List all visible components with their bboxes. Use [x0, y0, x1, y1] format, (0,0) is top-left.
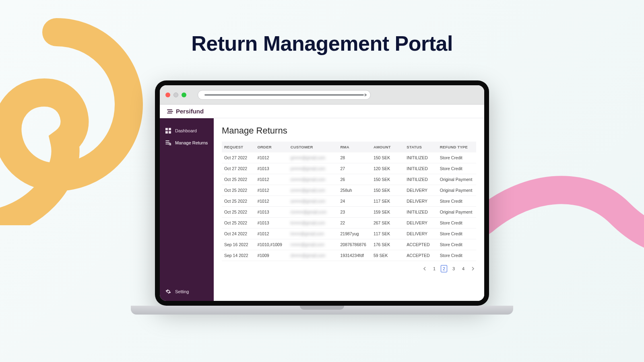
- list-search-icon: [165, 140, 171, 146]
- cell-rma: 258uh: [338, 185, 371, 196]
- cell-amount: 176 SEK: [371, 239, 404, 250]
- laptop-mockup: Persifund Dashboard: [155, 80, 489, 315]
- table-row[interactable]: Oct 25 2022#1012s••••••@gmail.com258uh15…: [222, 185, 476, 196]
- cell-refund-type: Store Credit: [438, 250, 476, 261]
- cell-request: Oct 27 2022: [222, 152, 255, 163]
- cell-order: #1009: [255, 250, 288, 261]
- cell-rma: 27: [338, 163, 371, 174]
- svg-rect-0: [165, 128, 168, 130]
- pagination-page[interactable]: 3: [450, 265, 457, 272]
- setting-label: Setting: [175, 289, 189, 294]
- cell-rma: 28: [338, 152, 371, 163]
- url-bar[interactable]: [198, 90, 371, 100]
- table-row[interactable]: Oct 25 2022#1013k••••••@gmail.com22267 S…: [222, 218, 476, 228]
- cell-rma: 24: [338, 196, 371, 207]
- cell-request: Oct 25 2022: [222, 196, 255, 207]
- col-amount[interactable]: AMOUNT: [371, 142, 404, 152]
- chevron-left-icon: [423, 267, 426, 271]
- cell-customer: e••••••@gmail.com: [288, 174, 338, 185]
- pagination-page[interactable]: 1: [431, 265, 438, 272]
- svg-rect-2: [165, 131, 168, 134]
- cell-refund-type: Store Credit: [438, 152, 476, 163]
- traffic-light-min-icon[interactable]: [173, 93, 178, 97]
- col-refund-type[interactable]: REFUND TYPE: [438, 142, 476, 152]
- cell-request: Oct 24 2022: [222, 228, 255, 239]
- cell-status: DELIVERY: [404, 218, 437, 228]
- cell-amount: 120 SEK: [371, 163, 404, 174]
- cell-status: INITILIZED: [404, 174, 437, 185]
- cell-request: Sep 14 2022: [222, 250, 255, 261]
- gear-icon: [165, 289, 171, 294]
- cell-order: #1013: [255, 163, 288, 174]
- pagination-next[interactable]: [470, 265, 476, 272]
- cell-status: ACCEPTED: [404, 250, 437, 261]
- table-row[interactable]: Sep 14 2022#1009d••••••@gmail.com1931423…: [222, 250, 476, 261]
- pagination-page[interactable]: 2: [441, 265, 447, 272]
- table-header-row: REQUEST ORDER CUSTOMER RMA AMOUNT STATUS…: [222, 142, 476, 152]
- cell-rma: 21987yug: [338, 228, 371, 239]
- sidebar-item-label: Dashboard: [175, 128, 197, 133]
- cell-request: Oct 25 2022: [222, 174, 255, 185]
- pagination: 1234: [222, 265, 476, 272]
- cell-refund-type: Store Credit: [438, 218, 476, 228]
- decorative-swirl-pink: [483, 133, 644, 294]
- cell-rma: 22: [338, 218, 371, 228]
- cell-customer: t••••••@gmail.com: [288, 228, 338, 239]
- cell-status: INITILIZED: [404, 163, 437, 174]
- cell-customer: g••••••@gmail.com: [288, 152, 338, 163]
- app-header: Persifund: [160, 105, 484, 118]
- cell-amount: 267 SEK: [371, 218, 404, 228]
- cell-order: #1012: [255, 228, 288, 239]
- cell-rma: 23: [338, 207, 371, 218]
- table-row[interactable]: Oct 25 2022#1012a••••••@gmail.com24117 S…: [222, 196, 476, 207]
- cell-rma: 20876786876: [338, 239, 371, 250]
- col-request[interactable]: REQUEST: [222, 142, 255, 152]
- table-row[interactable]: Oct 25 2022#1012e••••••@gmail.com26150 S…: [222, 174, 476, 185]
- svg-point-4: [169, 143, 171, 145]
- browser-chrome: [160, 85, 484, 105]
- col-status[interactable]: STATUS: [404, 142, 437, 152]
- col-order[interactable]: ORDER: [255, 142, 288, 152]
- table-row[interactable]: Oct 27 2022#1013p••••••@gmail.com27120 S…: [222, 163, 476, 174]
- table-row[interactable]: Oct 27 2022#1012g••••••@gmail.com28150 S…: [222, 152, 476, 163]
- returns-table: REQUEST ORDER CUSTOMER RMA AMOUNT STATUS…: [222, 142, 476, 261]
- cell-customer: a••••••@gmail.com: [288, 196, 338, 207]
- cell-amount: 117 SEK: [371, 228, 404, 239]
- page-title: Manage Returns: [222, 125, 476, 136]
- col-customer[interactable]: CUSTOMER: [288, 142, 338, 152]
- sidebar-item-setting[interactable]: Setting: [160, 286, 214, 297]
- table-row[interactable]: Oct 24 2022#1012t••••••@gmail.com21987yu…: [222, 228, 476, 239]
- cell-status: DELIVERY: [404, 185, 437, 196]
- brand-mark-icon: [167, 109, 173, 114]
- cell-amount: 159 SEK: [371, 207, 404, 218]
- sidebar-item-dashboard[interactable]: Dashboard: [165, 126, 209, 135]
- table-row[interactable]: Oct 25 2022#1013m••••••@gmail.com23159 S…: [222, 207, 476, 218]
- sidebar-item-manage-returns[interactable]: Manage Returns: [165, 138, 209, 147]
- cell-refund-type: Original Payment: [438, 174, 476, 185]
- cell-order: #1012: [255, 196, 288, 207]
- sidebar: Dashboard Manage Returns: [160, 118, 214, 301]
- sidebar-item-label: Manage Returns: [175, 140, 208, 145]
- cell-customer: p••••••@gmail.com: [288, 163, 338, 174]
- traffic-light-max-icon[interactable]: [182, 93, 186, 97]
- cell-request: Sep 16 2022: [222, 239, 255, 250]
- cell-status: ACCEPTED: [404, 239, 437, 250]
- table-row[interactable]: Sep 16 2022#1010,#1009r••••••@gmail.com2…: [222, 239, 476, 250]
- chevron-right-icon: [471, 267, 475, 271]
- pagination-prev[interactable]: [421, 265, 428, 272]
- cell-amount: 150 SEK: [371, 174, 404, 185]
- col-rma[interactable]: RMA: [338, 142, 371, 152]
- brand-name: Persifund: [176, 108, 204, 115]
- svg-rect-3: [169, 131, 171, 134]
- cell-rma: 26: [338, 174, 371, 185]
- brand-logo[interactable]: Persifund: [167, 108, 204, 115]
- cell-refund-type: Original Payment: [438, 207, 476, 218]
- cell-request: Oct 27 2022: [222, 163, 255, 174]
- cell-request: Oct 25 2022: [222, 207, 255, 218]
- cell-status: DELIVERY: [404, 196, 437, 207]
- cell-amount: 150 SEK: [371, 152, 404, 163]
- traffic-light-close-icon[interactable]: [165, 93, 170, 97]
- pagination-page[interactable]: 4: [460, 265, 466, 272]
- cell-status: INITILIZED: [404, 207, 437, 218]
- cell-refund-type: Store Credit: [438, 239, 476, 250]
